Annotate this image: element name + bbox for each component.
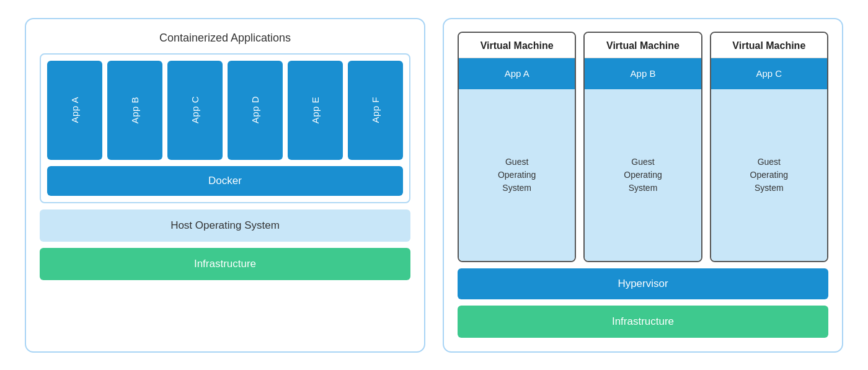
docker-bar: Docker <box>47 166 403 196</box>
left-panel-title: Containerized Applications <box>40 32 410 45</box>
app-label-a: App A <box>69 97 80 123</box>
apps-row: App A App B App C App D App E App F <box>47 61 403 160</box>
vm-app-2: App B <box>585 58 701 89</box>
app-box-f: App F <box>348 61 403 160</box>
vm-box-3: Virtual Machine App C GuestOperatingSyst… <box>710 32 828 262</box>
app-box-e: App E <box>288 61 343 160</box>
vm-guest-os-1: GuestOperatingSystem <box>459 89 575 261</box>
host-os-bar: Host Operating System <box>40 209 410 242</box>
app-label-c: App C <box>190 96 200 123</box>
vm-title-2: Virtual Machine <box>585 33 701 58</box>
vm-box-1: Virtual Machine App A GuestOperatingSyst… <box>458 32 576 262</box>
vm-app-3: App C <box>711 58 827 89</box>
app-box-a: App A <box>47 61 102 160</box>
right-panel: Virtual Machine App A GuestOperatingSyst… <box>443 18 843 353</box>
docker-container-box: App A App B App C App D App E App F Do <box>40 53 410 203</box>
app-label-f: App F <box>370 97 381 123</box>
vm-title-3: Virtual Machine <box>711 33 827 58</box>
app-label-d: App D <box>250 96 260 123</box>
vm-guest-os-2: GuestOperatingSystem <box>585 89 701 261</box>
vm-app-1: App A <box>459 58 575 89</box>
vm-title-1: Virtual Machine <box>459 33 575 58</box>
app-box-d: App D <box>228 61 283 160</box>
left-panel: Containerized Applications App A App B A… <box>25 18 425 353</box>
vm-row: Virtual Machine App A GuestOperatingSyst… <box>458 32 828 262</box>
hypervisor-bar: Hypervisor <box>458 268 828 299</box>
right-infrastructure-bar: Infrastructure <box>458 306 828 338</box>
app-box-c: App C <box>167 61 223 160</box>
app-label-b: App B <box>130 97 140 123</box>
left-infrastructure-bar: Infrastructure <box>40 248 410 280</box>
app-label-e: App E <box>310 97 321 123</box>
vm-box-2: Virtual Machine App B GuestOperatingSyst… <box>583 32 702 262</box>
app-box-b: App B <box>107 61 162 160</box>
vm-guest-os-3: GuestOperatingSystem <box>711 89 827 261</box>
main-container: Containerized Applications App A App B A… <box>0 0 868 370</box>
